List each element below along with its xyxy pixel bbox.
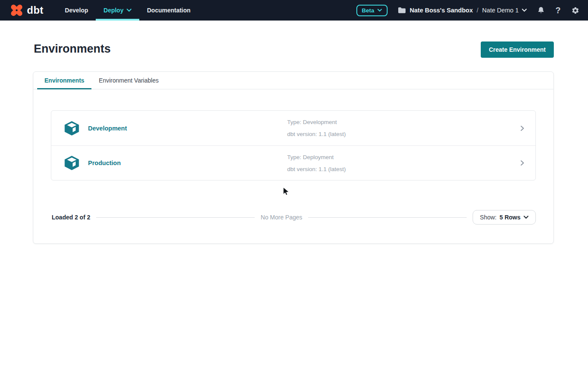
environment-type: Type: Development bbox=[287, 119, 346, 125]
folder-icon bbox=[398, 7, 406, 14]
environment-version: dbt version: 1.1 (latest) bbox=[287, 131, 346, 137]
tab-label: Environment Variables bbox=[99, 77, 159, 84]
show-label: Show: bbox=[480, 214, 497, 221]
nav-icon-group: ? bbox=[537, 6, 579, 15]
environment-cube-icon bbox=[63, 154, 80, 172]
environment-list: Development Type: Development dbt versio… bbox=[51, 110, 536, 181]
page-title: Environments bbox=[34, 42, 111, 56]
create-environment-button[interactable]: Create Environment bbox=[481, 41, 554, 58]
gear-icon[interactable] bbox=[571, 6, 579, 15]
primary-nav: Develop Deploy Documentation bbox=[57, 0, 198, 21]
nav-item-develop[interactable]: Develop bbox=[57, 0, 96, 21]
rows-per-page-dropdown[interactable]: Show: 5 Rows bbox=[473, 210, 536, 225]
dbt-logo-icon bbox=[9, 3, 24, 18]
account-name[interactable]: Nate Boss's Sandbox bbox=[410, 7, 473, 14]
chevron-right-icon[interactable] bbox=[519, 125, 525, 131]
environments-card: Environments Environment Variables Devel… bbox=[33, 71, 554, 244]
project-name: Nate Demo 1 bbox=[482, 7, 518, 14]
environment-version: dbt version: 1.1 (latest) bbox=[287, 166, 346, 172]
nav-item-label: Develop bbox=[65, 7, 88, 14]
brand-text: dbt bbox=[27, 4, 44, 16]
chevron-down-icon bbox=[377, 9, 382, 12]
chevron-down-icon bbox=[523, 216, 529, 219]
top-nav: dbt Develop Deploy Documentation Beta Na… bbox=[0, 0, 588, 21]
loaded-count: Loaded 2 of 2 bbox=[52, 214, 90, 221]
chevron-down-icon bbox=[522, 9, 527, 12]
chevron-down-icon bbox=[126, 9, 132, 12]
help-icon[interactable]: ? bbox=[556, 6, 561, 15]
environment-name-link[interactable]: Development bbox=[88, 125, 127, 132]
nav-right: Beta Nate Boss's Sandbox / Nate Demo 1 ? bbox=[356, 5, 580, 16]
breadcrumb: Nate Boss's Sandbox / Nate Demo 1 bbox=[398, 7, 527, 14]
no-more-pages-label: No More Pages bbox=[261, 214, 302, 221]
environment-cube-icon bbox=[63, 120, 80, 137]
beta-dropdown[interactable]: Beta bbox=[356, 5, 388, 16]
nav-item-label: Documentation bbox=[147, 7, 191, 14]
environment-row-production[interactable]: Production Type: Deployment dbt version:… bbox=[51, 145, 535, 180]
nav-item-documentation[interactable]: Documentation bbox=[139, 0, 198, 21]
pagination-bar: Loaded 2 of 2 No More Pages Show: 5 Rows bbox=[51, 210, 536, 225]
beta-label: Beta bbox=[362, 7, 374, 14]
divider-line bbox=[308, 217, 467, 218]
dbt-logo[interactable]: dbt bbox=[9, 3, 44, 18]
divider-line bbox=[96, 217, 255, 218]
environment-row-development[interactable]: Development Type: Development dbt versio… bbox=[51, 111, 535, 145]
notifications-bell-icon[interactable] bbox=[537, 6, 545, 15]
tab-environments[interactable]: Environments bbox=[37, 72, 91, 89]
environment-type: Type: Deployment bbox=[287, 154, 346, 160]
chevron-right-icon[interactable] bbox=[519, 160, 525, 166]
rows-value: 5 Rows bbox=[500, 214, 520, 221]
environment-name-link[interactable]: Production bbox=[88, 160, 121, 166]
environment-meta: Type: Development dbt version: 1.1 (late… bbox=[287, 111, 346, 145]
nav-item-deploy[interactable]: Deploy bbox=[96, 0, 139, 21]
breadcrumb-separator: / bbox=[476, 7, 478, 14]
environment-meta: Type: Deployment dbt version: 1.1 (lates… bbox=[287, 146, 346, 181]
nav-item-label: Deploy bbox=[103, 7, 123, 14]
tab-bar: Environments Environment Variables bbox=[33, 72, 553, 89]
tab-environment-variables[interactable]: Environment Variables bbox=[91, 72, 166, 89]
project-dropdown[interactable]: Nate Demo 1 bbox=[482, 7, 526, 14]
tab-label: Environments bbox=[44, 77, 84, 84]
